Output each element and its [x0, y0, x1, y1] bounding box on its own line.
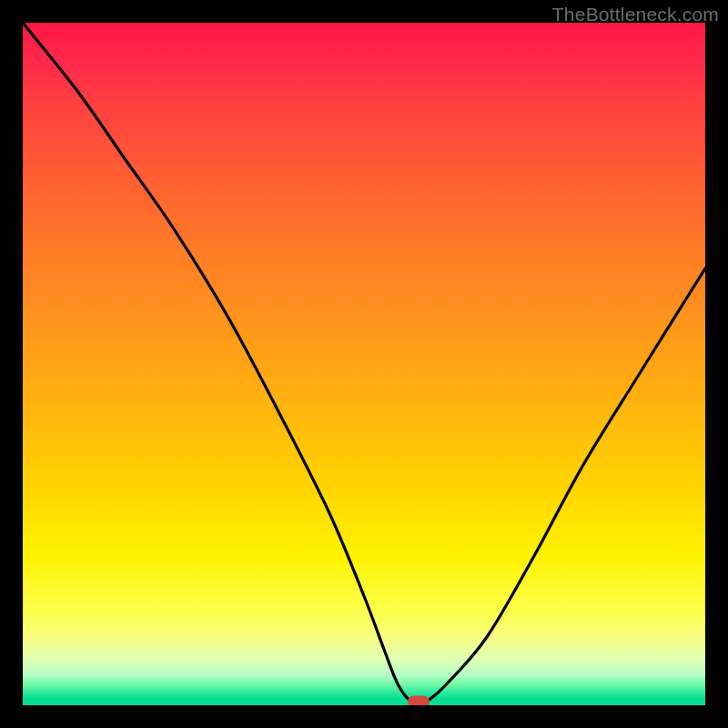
watermark-text: TheBottleneck.com — [552, 4, 719, 25]
plot-area — [23, 23, 705, 705]
optimal-marker — [408, 696, 430, 705]
bottleneck-curve — [23, 23, 705, 705]
plot-inner — [23, 23, 705, 705]
chart-frame: TheBottleneck.com — [0, 0, 728, 728]
